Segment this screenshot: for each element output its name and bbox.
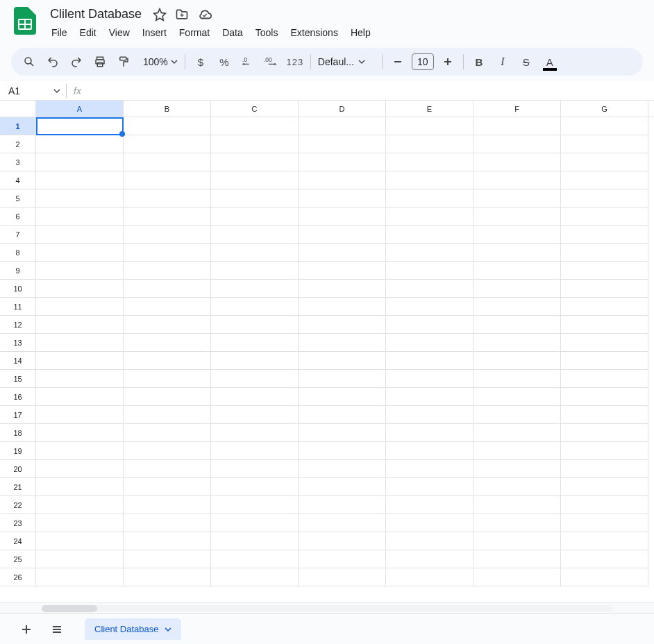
cell[interactable] <box>561 550 648 568</box>
cell[interactable] <box>124 568 211 586</box>
cell[interactable] <box>211 207 299 226</box>
cell[interactable] <box>299 406 386 424</box>
cell[interactable] <box>124 442 211 460</box>
cell[interactable] <box>36 406 124 424</box>
cell[interactable] <box>473 352 561 370</box>
cell[interactable] <box>124 316 211 334</box>
cell[interactable] <box>36 135 124 153</box>
row-header[interactable]: 6 <box>0 207 36 226</box>
cell[interactable] <box>124 244 211 262</box>
cell[interactable] <box>561 171 648 189</box>
cell[interactable] <box>299 550 386 568</box>
row-header[interactable]: 20 <box>0 460 36 478</box>
font-selector[interactable]: Defaul... <box>315 56 378 67</box>
row-header[interactable]: 15 <box>0 370 36 388</box>
cell[interactable] <box>211 262 299 280</box>
cell[interactable] <box>299 334 386 352</box>
cell[interactable] <box>36 207 124 226</box>
cell[interactable] <box>124 135 211 153</box>
cell[interactable] <box>473 244 561 262</box>
cell[interactable] <box>124 352 211 370</box>
cell[interactable] <box>36 496 124 514</box>
cell[interactable] <box>211 370 299 388</box>
cell[interactable] <box>473 171 561 189</box>
horizontal-scrollbar[interactable] <box>0 602 654 613</box>
sheets-logo[interactable] <box>11 7 39 35</box>
cell[interactable] <box>124 406 211 424</box>
cell[interactable] <box>561 262 648 280</box>
cell[interactable] <box>124 334 211 352</box>
row-header[interactable]: 8 <box>0 244 36 262</box>
cell[interactable] <box>386 334 473 352</box>
formula-input[interactable] <box>88 81 654 100</box>
text-color-button[interactable]: A <box>539 51 561 72</box>
row-header[interactable]: 25 <box>0 550 36 568</box>
redo-icon[interactable] <box>65 51 87 72</box>
cell[interactable] <box>211 532 299 550</box>
cell[interactable] <box>386 496 473 514</box>
cell[interactable] <box>561 478 648 496</box>
cell[interactable] <box>473 298 561 316</box>
cell[interactable] <box>386 207 473 226</box>
cell[interactable] <box>386 424 473 442</box>
cell[interactable] <box>473 532 561 550</box>
paint-format-icon[interactable] <box>112 51 135 72</box>
cell[interactable] <box>36 189 124 207</box>
cell[interactable] <box>561 226 648 244</box>
menu-data[interactable]: Data <box>217 24 249 41</box>
all-sheets-button[interactable] <box>44 617 69 642</box>
cell[interactable] <box>124 280 211 298</box>
cell[interactable] <box>36 550 124 568</box>
cell[interactable] <box>36 352 124 370</box>
cell[interactable] <box>386 370 473 388</box>
cell[interactable] <box>473 262 561 280</box>
cell[interactable] <box>299 171 386 189</box>
cell[interactable] <box>386 460 473 478</box>
cell[interactable] <box>473 478 561 496</box>
percent-button[interactable]: % <box>213 51 235 72</box>
cell[interactable] <box>211 514 299 532</box>
row-header[interactable]: 26 <box>0 568 36 586</box>
cloud-status-icon[interactable] <box>197 7 212 22</box>
row-header[interactable]: 23 <box>0 514 36 532</box>
cell[interactable] <box>561 298 648 316</box>
cell[interactable] <box>386 226 473 244</box>
increase-font-size-icon[interactable] <box>437 51 459 72</box>
column-header[interactable]: B <box>124 101 211 117</box>
column-header[interactable]: E <box>386 101 473 117</box>
cell[interactable] <box>473 496 561 514</box>
cell[interactable] <box>299 244 386 262</box>
bold-button[interactable]: B <box>468 51 490 72</box>
cell[interactable] <box>124 226 211 244</box>
cell[interactable] <box>36 280 124 298</box>
cell[interactable] <box>211 442 299 460</box>
cell[interactable] <box>211 117 299 135</box>
cell[interactable] <box>473 424 561 442</box>
cell[interactable] <box>561 207 648 226</box>
cell[interactable] <box>561 352 648 370</box>
cell[interactable] <box>36 460 124 478</box>
menu-insert[interactable]: Insert <box>137 24 172 41</box>
cell[interactable] <box>386 280 473 298</box>
cell[interactable] <box>124 189 211 207</box>
cell[interactable] <box>561 568 648 586</box>
cell[interactable] <box>299 153 386 171</box>
cell[interactable] <box>473 135 561 153</box>
cell[interactable] <box>473 388 561 406</box>
column-header[interactable]: C <box>211 101 299 117</box>
cell[interactable] <box>211 550 299 568</box>
cell[interactable] <box>124 550 211 568</box>
cell[interactable] <box>211 135 299 153</box>
cell[interactable] <box>124 117 211 135</box>
row-header[interactable]: 14 <box>0 352 36 370</box>
cell[interactable] <box>124 207 211 226</box>
cell[interactable] <box>299 189 386 207</box>
cell[interactable] <box>473 189 561 207</box>
cell[interactable] <box>473 207 561 226</box>
row-header[interactable]: 19 <box>0 442 36 460</box>
cell[interactable] <box>299 262 386 280</box>
column-header[interactable]: D <box>299 101 386 117</box>
cell[interactable] <box>211 316 299 334</box>
cell[interactable] <box>386 298 473 316</box>
cell[interactable] <box>386 189 473 207</box>
